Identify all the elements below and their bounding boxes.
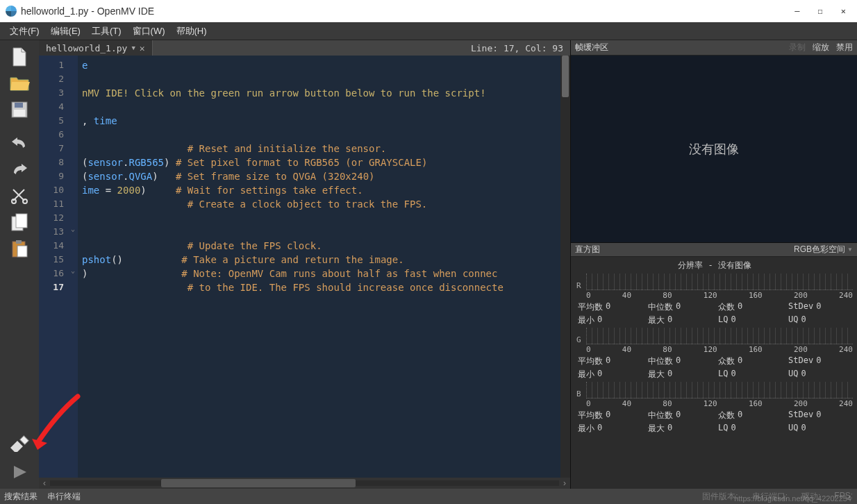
tab-dropdown-icon[interactable]: ▼	[131, 44, 135, 51]
histogram-stat-row: 平均数0中位数0众数0StDev0	[576, 410, 853, 421]
code-line[interactable]: nMV IDE! Click on the green run arrow bu…	[82, 86, 556, 100]
line-number-gutter: 1234567891011121314151617	[39, 56, 68, 478]
open-file-button[interactable]	[6, 71, 33, 96]
code-line[interactable]	[82, 225, 556, 239]
undo-button[interactable]	[6, 131, 33, 156]
editor-area: helloworld_1.py ▼ ✕ Line: 17, Col: 93 12…	[39, 40, 571, 489]
histogram-stat-row: 平均数0中位数0众数0StDev0	[576, 301, 853, 313]
histogram-header: 直方图 RGB色彩空间 ▼	[571, 243, 857, 257]
scroll-right-icon[interactable]: ›	[559, 478, 570, 488]
copy-button[interactable]	[6, 210, 33, 235]
stat-pair: StDev0	[788, 301, 853, 313]
code-editor[interactable]: 1234567891011121314151617 ⌄⌄ enMV IDE! C…	[39, 56, 570, 478]
code-line[interactable]	[82, 128, 556, 142]
menubar: 文件(F) 编辑(E) 工具(T) 窗口(W) 帮助(H)	[0, 22, 857, 40]
framebuffer-view: 没有图像	[571, 56, 857, 243]
fold-marker[interactable]: ⌄	[68, 267, 78, 280]
stat-pair: 平均数0	[578, 355, 642, 367]
svg-rect-8	[16, 240, 22, 244]
run-button[interactable]	[6, 460, 33, 485]
code-line[interactable]: (sensor.QVGA) # Set frame size to QVGA (…	[82, 169, 556, 183]
scrollbar-thumb[interactable]	[161, 479, 356, 487]
histogram-resolution: 分辨率 - 没有图像	[576, 260, 853, 271]
line-number: 4	[39, 100, 64, 114]
code-line[interactable]	[82, 72, 556, 86]
svg-point-4	[23, 199, 27, 203]
line-number: 16	[39, 267, 64, 280]
fold-column: ⌄⌄	[68, 56, 78, 478]
status-serial[interactable]: 串行终端	[47, 491, 81, 503]
horizontal-scrollbar[interactable]: ‹ ›	[39, 478, 570, 489]
framebuffer-placeholder: 没有图像	[689, 141, 739, 158]
scroll-left-icon[interactable]: ‹	[39, 478, 50, 488]
scrollbar-track[interactable]	[50, 480, 559, 486]
code-line[interactable]: # Create a clock object to track the FPS…	[82, 197, 556, 211]
svg-rect-6	[16, 214, 27, 228]
zoom-button[interactable]: 缩放	[813, 42, 829, 53]
fold-marker	[68, 114, 78, 128]
histogram-stat-row: 最小0最大0LQ0UQ0	[576, 369, 853, 380]
disable-button[interactable]: 禁用	[836, 42, 853, 53]
paste-button[interactable]	[6, 236, 33, 261]
menu-window[interactable]: 窗口(W)	[127, 23, 171, 40]
redo-icon	[10, 163, 29, 176]
code-line[interactable]: ime = 2000) # Wait for settings take eff…	[82, 183, 556, 197]
code-line[interactable]: ) # Note: OpenMV Cam runs about half as …	[82, 267, 556, 280]
cut-button[interactable]	[6, 183, 33, 208]
histogram-title: 直方图	[575, 244, 600, 255]
undo-icon	[10, 137, 29, 149]
record-button[interactable]: 录制	[789, 42, 806, 53]
channel-label: B	[576, 389, 586, 398]
menu-help[interactable]: 帮助(H)	[171, 23, 213, 40]
line-number: 17	[39, 280, 64, 294]
editor-tab[interactable]: helloworld_1.py ▼ ✕	[39, 40, 153, 56]
clipboard-icon	[10, 239, 28, 258]
code-line[interactable]: e	[82, 58, 556, 72]
code-line[interactable]: (sensor.RGB565) # Set pixel format to RG…	[82, 156, 556, 169]
code-line[interactable]: # Update the FPS clock.	[82, 239, 556, 253]
menu-file[interactable]: 文件(F)	[4, 23, 45, 40]
status-search[interactable]: 搜索结果	[4, 491, 38, 503]
histogram-stat-row: 最小0最大0LQ0UQ0	[576, 423, 853, 435]
tab-close-icon[interactable]: ✕	[140, 43, 145, 53]
window-controls: — ☐ ✕	[794, 6, 851, 16]
connect-button[interactable]	[6, 430, 33, 455]
titlebar: helloworld_1.py - OpenMV IDE — ☐ ✕	[0, 0, 857, 22]
histogram-stat-row: 平均数0中位数0众数0StDev0	[576, 355, 853, 367]
stat-pair: StDev0	[788, 410, 853, 421]
play-icon	[11, 464, 28, 480]
code-line[interactable]: # Reset and initialize the sensor.	[82, 142, 556, 156]
fold-marker[interactable]: ⌄	[68, 225, 78, 239]
stat-pair: 平均数0	[578, 301, 642, 313]
save-button[interactable]	[6, 97, 33, 122]
code-line[interactable]	[82, 100, 556, 114]
line-number: 13	[39, 225, 64, 239]
new-file-button[interactable]	[6, 44, 33, 69]
editor-tabbar: helloworld_1.py ▼ ✕ Line: 17, Col: 93	[39, 40, 570, 56]
histogram-chart	[586, 328, 853, 344]
code-text[interactable]: enMV IDE! Click on the green run arrow b…	[78, 56, 560, 478]
scrollbar-thumb[interactable]	[562, 56, 569, 97]
minimize-button[interactable]: —	[794, 6, 799, 16]
code-line[interactable]	[82, 211, 556, 225]
stat-pair: 最大0	[648, 314, 713, 326]
fold-marker	[68, 211, 78, 225]
fold-marker	[68, 72, 78, 86]
menu-edit[interactable]: 编辑(E)	[45, 23, 86, 40]
redo-button[interactable]	[6, 157, 33, 182]
vertical-scrollbar[interactable]	[560, 56, 570, 478]
code-line[interactable]: pshot() # Take a picture and return the …	[82, 253, 556, 267]
stat-pair: LQ0	[718, 369, 783, 380]
fold-marker	[68, 128, 78, 142]
menu-tools[interactable]: 工具(T)	[86, 23, 127, 40]
maximize-button[interactable]: ☐	[818, 6, 823, 16]
code-line[interactable]: # to the IDE. The FPS should increase on…	[82, 280, 556, 294]
code-line[interactable]: , time	[82, 114, 556, 128]
stat-pair: StDev0	[788, 355, 853, 367]
stat-pair: LQ0	[718, 423, 783, 435]
stat-pair: LQ0	[718, 314, 783, 326]
line-number: 7	[39, 142, 64, 156]
close-button[interactable]: ✕	[841, 6, 846, 16]
colorspace-select[interactable]: RGB色彩空间 ▼	[794, 244, 853, 255]
statusbar: 搜索结果 串行终端 固件版本: 串行端口: 驱动: FPS:	[0, 489, 857, 504]
